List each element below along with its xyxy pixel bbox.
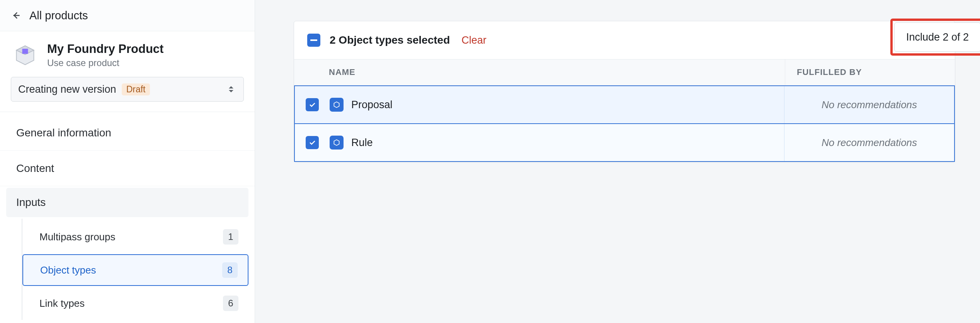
sidebar-sub-label: Multipass groups xyxy=(39,231,116,243)
product-title: My Foundry Product xyxy=(47,42,163,56)
sidebar-nav: General information Content Inputs Multi… xyxy=(0,112,255,323)
main-content: 2 Object types selected Clear NAME FULFI… xyxy=(255,0,980,323)
sidebar-sub-label: Link types xyxy=(39,298,85,309)
product-icon xyxy=(12,42,38,68)
row-name: Rule xyxy=(351,137,373,149)
sidebar-item-label: Content xyxy=(16,162,54,175)
sidebar-item-general[interactable]: General information xyxy=(0,115,255,151)
object-type-icon xyxy=(330,136,344,150)
table-row[interactable]: Proposal No recommendations xyxy=(294,85,955,124)
back-label: All products xyxy=(29,9,88,22)
row-checkbox[interactable] xyxy=(306,98,319,111)
version-select[interactable]: Creating new version Draft xyxy=(11,77,244,102)
sidebar-item-content[interactable]: Content xyxy=(0,151,255,186)
row-fulfilled: No recommendations xyxy=(784,124,954,161)
row-name: Proposal xyxy=(351,99,393,111)
table-header: NAME FULFILLED BY xyxy=(294,59,955,85)
version-label: Creating new version xyxy=(18,83,116,95)
product-subtitle: Use case product xyxy=(47,58,163,68)
include-callout: Include 2 of 2 xyxy=(890,19,980,56)
sidebar-sub-label: Object types xyxy=(40,264,96,276)
include-label: Include 2 of 2 xyxy=(906,31,969,43)
sidebar-sub-object-types[interactable]: Object types 8 xyxy=(22,254,248,286)
object-types-panel: 2 Object types selected Clear NAME FULFI… xyxy=(294,21,955,162)
sidebar-item-label: General information xyxy=(16,127,111,139)
back-to-all-products[interactable]: All products xyxy=(0,0,255,31)
sidebar-item-inputs[interactable]: Inputs xyxy=(6,188,248,217)
table-row[interactable]: Rule No recommendations xyxy=(294,123,955,162)
sidebar-sub-link-types[interactable]: Link types 6 xyxy=(22,287,248,319)
sidebar-subnav-inputs: Multipass groups 1 Object types 8 Link t… xyxy=(22,219,255,320)
product-header: My Foundry Product Use case product xyxy=(0,31,255,77)
column-header-fulfilled: FULFILLED BY xyxy=(785,60,955,85)
sidebar-item-label: Inputs xyxy=(16,196,46,209)
object-type-icon xyxy=(330,98,344,112)
count-badge: 6 xyxy=(223,296,238,311)
row-fulfilled: No recommendations xyxy=(784,86,954,123)
row-checkbox[interactable] xyxy=(306,136,319,149)
selection-bar: 2 Object types selected Clear xyxy=(294,21,955,59)
include-button[interactable]: Include 2 of 2 xyxy=(894,22,980,52)
arrow-left-icon xyxy=(11,10,22,21)
sidebar: All products My Foundry Product Use case… xyxy=(0,0,255,323)
selection-count-text: 2 Object types selected xyxy=(330,34,450,46)
chevron-sort-icon xyxy=(228,84,236,95)
sidebar-sub-multipass[interactable]: Multipass groups 1 xyxy=(22,221,248,253)
count-badge: 1 xyxy=(223,229,238,245)
select-all-checkbox[interactable] xyxy=(307,34,320,47)
count-badge: 8 xyxy=(222,262,238,278)
version-badge: Draft xyxy=(122,83,150,95)
column-header-name: NAME xyxy=(329,67,785,77)
clear-selection-button[interactable]: Clear xyxy=(461,34,487,46)
